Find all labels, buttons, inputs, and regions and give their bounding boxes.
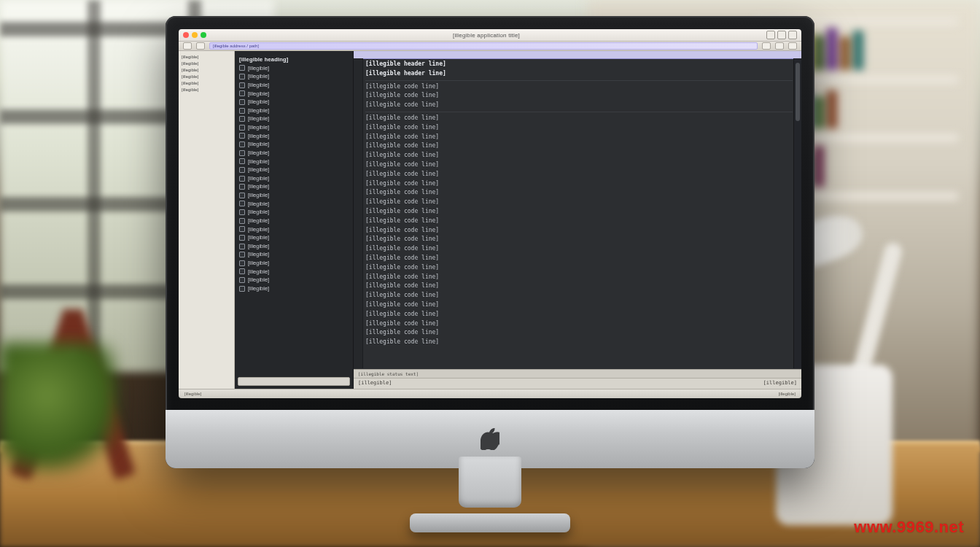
monitor-body: [illegible application title]	[166, 16, 814, 468]
code-editor[interactable]: [illegible header line] [illegible heade…	[354, 51, 801, 389]
editor-gutter	[354, 58, 363, 368]
code-line[interactable]: [illegible code line]	[365, 244, 793, 254]
file-panel-item[interactable]: [illegible]	[239, 174, 349, 183]
window-button[interactable]	[766, 31, 775, 39]
window-controls[interactable]	[183, 32, 206, 38]
code-line[interactable]: [illegible code line]	[365, 300, 793, 310]
code-line[interactable]: [illegible code line]	[365, 170, 793, 179]
toolbar[interactable]	[179, 42, 801, 51]
status-text: [illegible status text]	[358, 371, 419, 378]
taskbar-right: [illegible]	[779, 392, 796, 396]
code-line[interactable]: [illegible code line]	[365, 328, 793, 338]
maximize-icon[interactable]	[201, 32, 206, 38]
file-panel-item[interactable]: [illegible]	[239, 158, 349, 166]
address-input[interactable]	[209, 42, 758, 50]
window-button[interactable]	[788, 31, 797, 39]
code-line[interactable]: [illegible code line]	[365, 82, 793, 92]
file-panel-item[interactable]: [illegible]	[239, 284, 349, 293]
file-panel-item[interactable]: [illegible]	[239, 208, 349, 217]
window-title: [illegible application title]	[209, 32, 763, 39]
code-line[interactable]: [illegible code line]	[365, 160, 793, 170]
file-panel-item[interactable]: [illegible]	[239, 182, 349, 191]
close-icon[interactable]	[183, 32, 189, 38]
code-line[interactable]: [illegible code line]	[365, 101, 793, 110]
code-line[interactable]: [illegible code line]	[365, 114, 793, 123]
window-button[interactable]	[777, 31, 786, 39]
file-panel-item[interactable]: [illegible]	[239, 81, 349, 90]
nav-back-button[interactable]	[183, 42, 192, 50]
code-line[interactable]: [illegible code line]	[365, 207, 793, 217]
code-line[interactable]: [illegible code line]	[365, 141, 793, 151]
imac-monitor: [illegible application title]	[166, 16, 814, 468]
code-line[interactable]: [illegible code line]	[365, 235, 793, 244]
file-panel-item[interactable]: [illegible]	[239, 200, 349, 209]
minimize-icon[interactable]	[192, 32, 198, 38]
monitor-stand	[410, 459, 570, 532]
code-line[interactable]: [illegible code line]	[365, 188, 793, 198]
file-panel-item[interactable]: [illegible]	[239, 268, 349, 276]
file-panel-item[interactable]: [illegible]	[239, 166, 349, 174]
sidebar-item[interactable]: [illegible]	[182, 54, 231, 61]
code-line[interactable]: [illegible code line]	[365, 273, 793, 282]
file-panel-item[interactable]: [illegible]	[239, 276, 349, 284]
code-line[interactable]: [illegible code line]	[365, 123, 793, 133]
sidebar-item[interactable]: [illegible]	[182, 74, 231, 80]
code-line[interactable]: [illegible code line]	[365, 226, 793, 236]
sidebar-item[interactable]: [illegible]	[182, 80, 231, 87]
code-line[interactable]: [illegible code line]	[365, 310, 793, 319]
file-panel-item[interactable]: [illegible]	[239, 90, 349, 98]
workspace: [illegible] [illegible] [illegible] [ill…	[179, 51, 801, 389]
sidebar-narrow[interactable]: [illegible] [illegible] [illegible] [ill…	[179, 51, 235, 389]
file-panel-item[interactable]: [illegible]	[239, 106, 349, 115]
code-line[interactable]: [illegible code line]	[365, 254, 793, 263]
code-line[interactable]: [illegible code line]	[365, 282, 793, 291]
file-panel-heading: [illegible heading]	[239, 55, 349, 64]
code-line[interactable]: [illegible code line]	[365, 151, 793, 160]
window-titlebar[interactable]: [illegible application title]	[179, 29, 801, 42]
sidebar-item[interactable]: [illegible]	[182, 61, 231, 67]
status-left: [illegible]	[358, 379, 392, 387]
file-panel-item[interactable]: [illegible]	[239, 132, 349, 141]
file-panel[interactable]: [illegible heading] [illegible][illegibl…	[235, 51, 354, 389]
file-panel-item[interactable]: [illegible]	[239, 242, 349, 251]
file-panel-search[interactable]	[238, 377, 350, 386]
file-panel-item[interactable]: [illegible]	[239, 72, 349, 81]
toolbar-button[interactable]	[762, 42, 771, 50]
code-line[interactable]: [illegible code line]	[365, 91, 793, 101]
code-line[interactable]: [illegible code line]	[365, 217, 793, 226]
code-line[interactable]: [illegible code line]	[365, 179, 793, 189]
sidebar-item[interactable]: [illegible]	[182, 67, 231, 74]
editor-header-line: [illegible header line]	[365, 60, 793, 69]
code-line[interactable]: [illegible code line]	[365, 291, 793, 300]
file-panel-item[interactable]: [illegible]	[239, 64, 349, 73]
code-line[interactable]: [illegible code line]	[365, 319, 793, 329]
editor-ruler	[354, 51, 801, 59]
editor-status-lower: [illegible] [illegible]	[354, 378, 801, 389]
toolbar-button[interactable]	[788, 42, 797, 50]
file-panel-item[interactable]: [illegible]	[239, 140, 349, 149]
code-line[interactable]: [illegible code line]	[365, 133, 793, 142]
code-line[interactable]: [illegible code line]	[365, 338, 793, 347]
code-line[interactable]: [illegible code line]	[365, 263, 793, 273]
apple-logo-icon	[481, 428, 499, 450]
file-panel-item[interactable]: [illegible]	[239, 115, 349, 123]
file-panel-item[interactable]: [illegible]	[239, 225, 349, 234]
file-panel-item[interactable]: [illegible]	[239, 250, 349, 259]
code-line[interactable]: [illegible code line]	[365, 198, 793, 207]
screen: [illegible application title]	[179, 29, 801, 398]
file-panel-item[interactable]: [illegible]	[239, 123, 349, 132]
sidebar-item[interactable]: [illegible]	[182, 87, 231, 93]
window-right-buttons[interactable]	[766, 31, 797, 39]
vertical-scrollbar[interactable]	[793, 58, 801, 368]
file-panel-item[interactable]: [illegible]	[239, 259, 349, 268]
os-taskbar[interactable]: [illegible] [illegible]	[179, 389, 801, 398]
editor-separator	[365, 112, 793, 112]
nav-forward-button[interactable]	[196, 42, 205, 50]
file-panel-item[interactable]: [illegible]	[239, 233, 349, 242]
editor-content[interactable]: [illegible header line] [illegible heade…	[365, 60, 793, 368]
file-panel-item[interactable]: [illegible]	[239, 191, 349, 200]
file-panel-item[interactable]: [illegible]	[239, 98, 349, 106]
file-panel-item[interactable]: [illegible]	[239, 217, 349, 225]
file-panel-item[interactable]: [illegible]	[239, 149, 349, 158]
toolbar-button[interactable]	[775, 42, 784, 50]
